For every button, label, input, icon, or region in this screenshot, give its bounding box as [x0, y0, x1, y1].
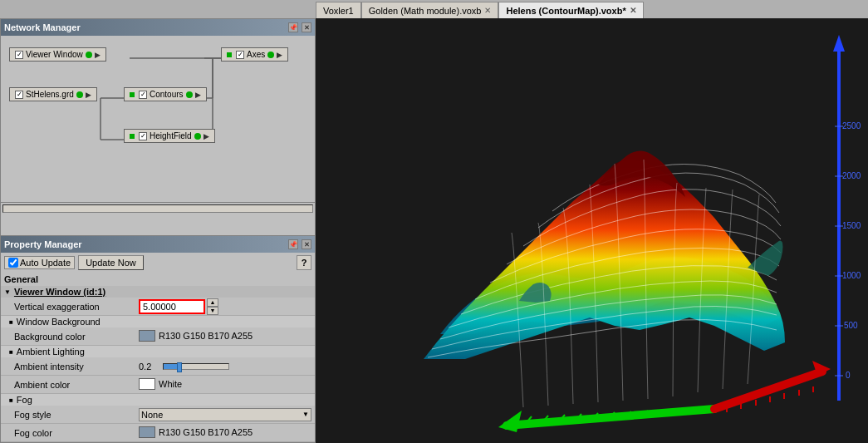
vert-exag-label: Vertical exaggeration	[14, 302, 139, 312]
section-viewer-triangle: ▼	[4, 288, 11, 296]
node-axes-out	[267, 52, 274, 58]
ambient-color-swatch[interactable]: White	[139, 378, 182, 390]
network-manager-titlebar: Network Manager 📌 ✕	[1, 19, 315, 36]
bg-color-text: R130 G150 B170 A255	[159, 331, 253, 341]
bg-color-value: R130 G150 B170 A255	[139, 330, 311, 343]
node-axes-label: Axes	[247, 50, 265, 59]
ambient-color-box	[139, 378, 155, 390]
tab-golden[interactable]: Golden (Math module).voxb ✕	[361, 2, 499, 18]
auto-update-label: Auto Update	[20, 258, 71, 268]
fog-style-value: None ▼	[139, 408, 311, 421]
network-manager: Network Manager 📌 ✕	[0, 18, 316, 236]
tab-golden-close[interactable]: ✕	[484, 6, 491, 15]
auto-update-checkbox[interactable]	[8, 258, 18, 268]
bg-color-box	[139, 330, 155, 342]
prop-vert-exag: Vertical exaggeration ▲ ▼	[1, 298, 315, 316]
network-manager-title: Network Manager	[4, 22, 81, 32]
svg-text:2000: 2000	[842, 171, 861, 180]
svg-text:2500: 2500	[842, 121, 861, 130]
node-viewer-check[interactable]: ✓	[15, 51, 23, 59]
section-bg-label: Window Background	[17, 317, 101, 327]
ambient-intensity-value: 0.2	[139, 362, 311, 372]
node-heightfield[interactable]: ✓ HeightField ▶	[124, 129, 215, 143]
node-contours-label: Contours	[150, 90, 184, 99]
ambient-slider-container: 0.2	[139, 362, 311, 372]
section-ambient-square: ■	[9, 348, 13, 356]
node-viewer-label: Viewer Window	[26, 50, 83, 59]
section-fog[interactable]: ■ Fog	[1, 394, 315, 406]
update-now-button[interactable]: Update Now	[78, 255, 144, 270]
vert-exag-value: ▲ ▼	[139, 298, 311, 315]
fog-color-swatch[interactable]: R130 G150 B170 A255	[139, 426, 253, 438]
fog-color-value: R130 G150 B170 A255	[139, 426, 311, 440]
fog-style-text: None	[141, 410, 163, 420]
section-viewer-window[interactable]: ▼ Viewer Window (id:1)	[1, 286, 315, 298]
fog-style-arrow: ▼	[302, 411, 309, 418]
section-fog-square: ■	[9, 396, 13, 404]
vert-exag-input[interactable]	[139, 299, 205, 314]
section-window-bg[interactable]: ■ Window Background	[1, 316, 315, 327]
network-hscrollbar-track[interactable]	[2, 204, 313, 213]
property-manager-actions: 📌 ✕	[288, 239, 311, 249]
ambient-slider-fill	[164, 364, 177, 369]
help-button[interactable]: ?	[297, 255, 311, 270]
ambient-color-text: White	[159, 379, 182, 389]
node-sthelens-check[interactable]: ✓	[15, 91, 23, 99]
fog-style-select[interactable]: None ▼	[139, 408, 311, 421]
node-contours[interactable]: ✓ Contours ▶	[124, 87, 207, 101]
prop-fog-color: Fog color R130 G150 B170 A255	[1, 424, 315, 442]
node-contours-out	[186, 91, 193, 98]
prop-bg-color: Background color R130 G150 B170 A255	[1, 327, 315, 346]
svg-text:500: 500	[844, 321, 858, 330]
prop-toolbar: Auto Update Update Now ?	[1, 253, 315, 273]
prop-ambient-color: Ambient color White	[1, 376, 315, 394]
ambient-slider-track[interactable]	[163, 363, 229, 370]
network-hscrollbar[interactable]	[1, 202, 315, 214]
vert-exag-spin: ▲ ▼	[207, 298, 218, 315]
node-axes[interactable]: ✓ Axes ▶	[221, 47, 288, 62]
ambient-intensity-val: 0.2	[139, 362, 159, 372]
node-contours-check[interactable]: ✓	[139, 91, 147, 99]
tab-voxler1[interactable]: Voxler1	[316, 2, 361, 18]
svg-text:1000: 1000	[842, 271, 861, 280]
fog-color-label: Fog color	[14, 428, 139, 438]
property-manager-pin[interactable]: 📌	[288, 239, 298, 249]
bg-color-swatch[interactable]: R130 G150 B170 A255	[139, 330, 253, 342]
property-manager-close[interactable]: ✕	[302, 239, 311, 249]
svg-text:1500: 1500	[842, 221, 861, 230]
prop-fog-style: Fog style None ▼	[1, 406, 315, 424]
node-contours-in	[130, 92, 135, 97]
ambient-slider-thumb[interactable]	[177, 362, 182, 372]
auto-update-checkbox-container[interactable]: Auto Update	[4, 256, 75, 269]
vert-exag-spin-up[interactable]: ▲	[207, 298, 218, 307]
node-sthelens[interactable]: ✓ StHelens.grd ▶	[9, 87, 97, 101]
node-axes-check[interactable]: ✓	[236, 51, 244, 59]
ambient-color-value: White	[139, 378, 311, 391]
network-manager-close[interactable]: ✕	[302, 22, 311, 32]
tab-helens-close[interactable]: ✕	[630, 6, 636, 15]
section-fog-label: Fog	[17, 395, 32, 405]
section-ambient[interactable]: ■ Ambient Lighting	[1, 346, 315, 357]
network-manager-actions: 📌 ✕	[288, 22, 311, 32]
vert-exag-spin-down[interactable]: ▼	[207, 307, 218, 315]
property-manager: Property Manager 📌 ✕ Auto Update Update …	[0, 236, 316, 443]
node-heightfield-out	[194, 133, 201, 140]
ambient-intensity-label: Ambient intensity	[14, 362, 139, 372]
node-viewer-out	[86, 52, 92, 58]
svg-text:0: 0	[846, 371, 851, 380]
property-manager-titlebar: Property Manager 📌 ✕	[1, 236, 315, 253]
node-sthelens-out	[76, 91, 83, 98]
network-manager-pin[interactable]: 📌	[288, 22, 298, 32]
main-area: Network Manager 📌 ✕	[0, 18, 868, 443]
section-ambient-label: Ambient Lighting	[17, 347, 85, 357]
tab-helens[interactable]: Helens (ContourMap).voxb* ✕	[498, 2, 643, 18]
left-panel: Network Manager 📌 ✕	[0, 18, 316, 443]
fog-color-box	[139, 426, 155, 438]
3d-viewer[interactable]: 0 500 1000 1500 2000 2500	[316, 18, 868, 443]
node-viewer-window[interactable]: ✓ Viewer Window ▶	[9, 47, 106, 62]
node-heightfield-check[interactable]: ✓	[139, 132, 147, 140]
ambient-color-label: Ambient color	[14, 380, 139, 390]
fog-style-label: Fog style	[14, 410, 139, 420]
prop-ambient-intensity: Ambient intensity 0.2	[1, 357, 315, 376]
node-axes-in	[227, 52, 232, 57]
